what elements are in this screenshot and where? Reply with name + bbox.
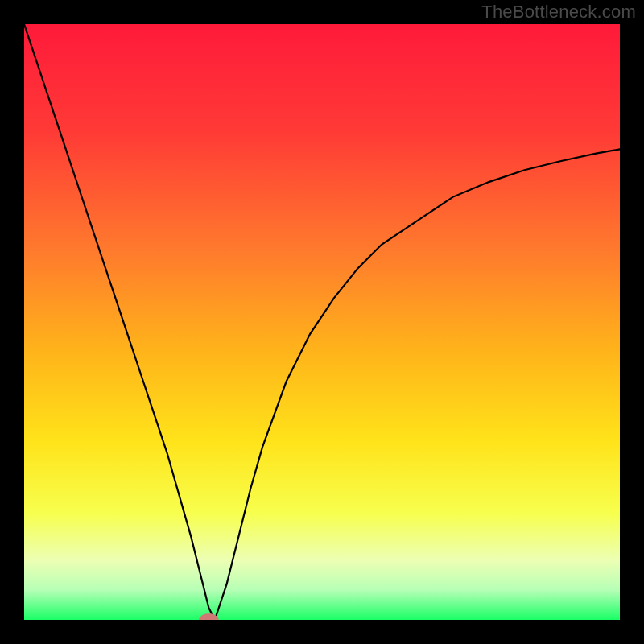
chart-svg [24,24,620,620]
watermark-text: TheBottleneck.com [481,2,636,23]
chart-frame: TheBottleneck.com [0,0,644,644]
gradient-background [24,24,620,620]
plot-area [24,24,620,620]
